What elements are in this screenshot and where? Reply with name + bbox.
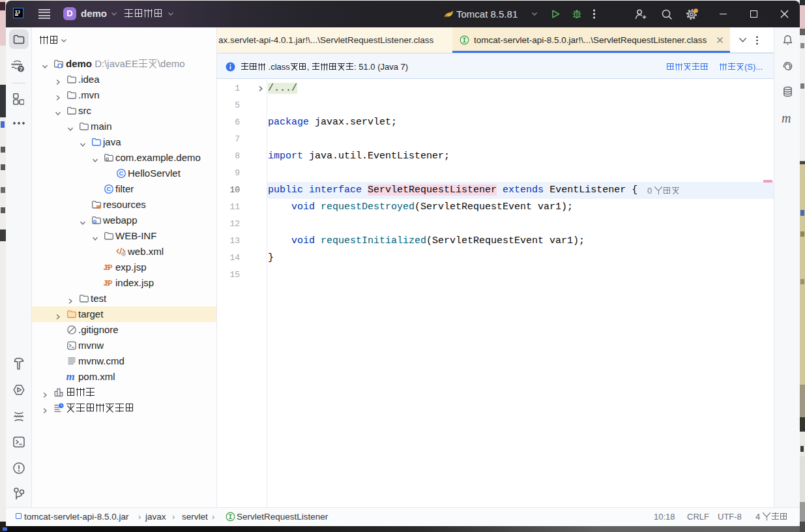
svg-text:C: C <box>119 170 124 177</box>
svg-text:C: C <box>107 185 111 192</box>
svg-text:?: ? <box>19 66 23 72</box>
svg-text:JSP: JSP <box>104 280 113 287</box>
svg-text:m: m <box>66 372 75 382</box>
svg-text:JSP: JSP <box>104 264 113 271</box>
